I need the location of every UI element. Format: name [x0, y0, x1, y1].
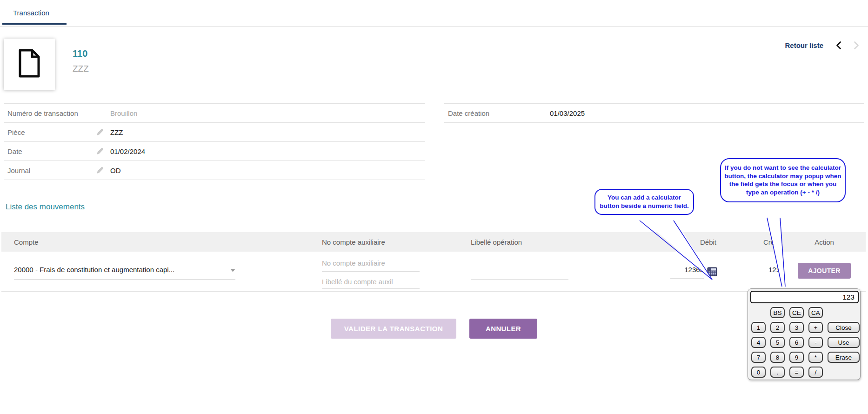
- movements-table-header: Compte No compte auxiliaire Libellé opér…: [1, 232, 866, 252]
- cell-credit: 123: [720, 252, 783, 291]
- fields-right-column: Date création 01/03/2025: [444, 103, 864, 123]
- calc-key-*[interactable]: *: [808, 352, 823, 363]
- previous-record-icon[interactable]: [835, 41, 841, 50]
- field-value-date-creation: 01/03/2025: [550, 109, 585, 117]
- cell-libelle: [446, 252, 608, 291]
- cell-action: AJOUTER: [783, 252, 866, 291]
- calc-key-0[interactable]: 0: [751, 367, 766, 378]
- cancel-button[interactable]: ANNULER: [469, 319, 537, 339]
- debit-input[interactable]: 12365: [670, 252, 704, 279]
- compte-select[interactable]: 20000 - Frais de constitution et augment…: [14, 266, 235, 280]
- cell-aux: [301, 252, 446, 291]
- tab-transaction[interactable]: Transaction: [2, 0, 67, 25]
- calc-key-7[interactable]: 7: [751, 352, 766, 363]
- field-value-piece[interactable]: ZZZ: [110, 128, 123, 136]
- document-number: 110: [73, 48, 89, 59]
- calc-key-6[interactable]: 6: [789, 337, 804, 348]
- field-row-date: Date 01/02/2024: [4, 142, 425, 161]
- document-thumbnail: [4, 39, 55, 90]
- movements-section-title: Liste des mouvements: [6, 202, 868, 212]
- calc-key-CA[interactable]: CA: [808, 307, 823, 318]
- field-label: Date création: [444, 109, 550, 117]
- calc-key-3[interactable]: 3: [789, 322, 804, 333]
- field-row-piece: Pièce ZZZ: [4, 123, 425, 142]
- movement-row: 20000 - Frais de constitution et augment…: [1, 252, 866, 292]
- add-line-button[interactable]: AJOUTER: [798, 263, 851, 279]
- calc-key-Use[interactable]: Use: [828, 337, 860, 348]
- field-value-date[interactable]: 01/02/2024: [110, 147, 145, 155]
- calc-key-BS[interactable]: BS: [770, 307, 785, 318]
- next-record-icon[interactable]: [854, 41, 860, 50]
- document-header: 110 ZZZ Retour liste: [0, 27, 868, 98]
- edit-pencil-icon[interactable]: [96, 128, 110, 136]
- calc-key-2[interactable]: 2: [770, 322, 785, 333]
- back-to-list-link[interactable]: Retour liste: [785, 41, 823, 49]
- calc-key-4[interactable]: 4: [751, 337, 766, 348]
- column-header-libelle: Libellé opération: [446, 238, 608, 246]
- calculator-popup: BSCECA123+Close456-Use789*Erase0.=/: [748, 288, 861, 380]
- validate-transaction-button[interactable]: VALIDER LA TRANSACTION: [331, 319, 456, 339]
- credit-input[interactable]: 123: [768, 252, 780, 274]
- callout-calculator-popup: If you do not want to see the calculator…: [720, 158, 846, 202]
- column-header-action: Action: [783, 238, 866, 246]
- transaction-page: Transaction 110 ZZZ Retour liste: [0, 0, 868, 414]
- calc-key-/[interactable]: /: [808, 367, 823, 378]
- calc-key-Erase[interactable]: Erase: [828, 352, 860, 363]
- column-header-credit: Crédit: [720, 238, 783, 246]
- column-header-aux-no: No compte auxiliaire: [301, 238, 446, 246]
- breadcrumb-nav: Retour liste: [785, 41, 860, 50]
- document-icon: [17, 48, 42, 80]
- chevron-down-icon: [230, 266, 235, 274]
- edit-pencil-icon[interactable]: [96, 167, 110, 174]
- column-header-compte: Compte: [1, 238, 301, 246]
- cell-compte: 20000 - Frais de constitution et augment…: [1, 252, 301, 291]
- calc-key-=[interactable]: =: [789, 367, 804, 378]
- document-code: ZZZ: [73, 64, 89, 74]
- tab-bar: Transaction: [0, 0, 868, 27]
- field-label: Pièce: [4, 128, 96, 136]
- field-row-date-creation: Date création 01/03/2025: [444, 104, 864, 123]
- footer-actions: VALIDER LA TRANSACTION ANNULER: [0, 319, 868, 339]
- calc-key-8[interactable]: 8: [770, 352, 785, 363]
- libelle-operation-input[interactable]: [471, 252, 568, 280]
- callout-calculator-button: You can add a calculator button beside a…: [594, 189, 694, 215]
- compte-select-value: 20000 - Frais de constitution et augment…: [14, 266, 174, 274]
- document-title-block: 110 ZZZ: [73, 48, 89, 74]
- field-label: Numéro de transaction: [4, 109, 96, 117]
- field-label: Date: [4, 147, 96, 155]
- calc-key-5[interactable]: 5: [770, 337, 785, 348]
- edit-pencil-icon[interactable]: [96, 147, 110, 155]
- calc-key-.[interactable]: .: [770, 367, 785, 378]
- column-header-debit: Débit: [608, 238, 720, 246]
- field-row-numero: Numéro de transaction Brouillon: [4, 104, 425, 123]
- fields-left-column: Numéro de transaction Brouillon Pièce ZZ…: [4, 103, 425, 180]
- aux-label-input[interactable]: [322, 278, 420, 289]
- aux-number-input[interactable]: [322, 259, 420, 272]
- calc-key-CE[interactable]: CE: [789, 307, 804, 318]
- field-label: Journal: [4, 167, 96, 174]
- calc-key-+[interactable]: +: [808, 322, 823, 333]
- calc-key-Close[interactable]: Close: [828, 322, 860, 333]
- calculator-icon[interactable]: [707, 267, 717, 276]
- calculator-keys: BSCECA123+Close456-Use789*Erase0.=/: [748, 303, 860, 378]
- cell-debit: 12365: [608, 252, 720, 291]
- movements-table: Compte No compte auxiliaire Libellé opér…: [1, 232, 866, 292]
- calc-key-1[interactable]: 1: [751, 322, 766, 333]
- field-value-numero: Brouillon: [110, 109, 137, 117]
- field-value-journal[interactable]: OD: [110, 167, 121, 174]
- field-row-journal: Journal OD: [4, 161, 425, 180]
- calculator-display[interactable]: [750, 291, 859, 303]
- calc-key--[interactable]: -: [808, 337, 823, 348]
- calc-key-9[interactable]: 9: [789, 352, 804, 363]
